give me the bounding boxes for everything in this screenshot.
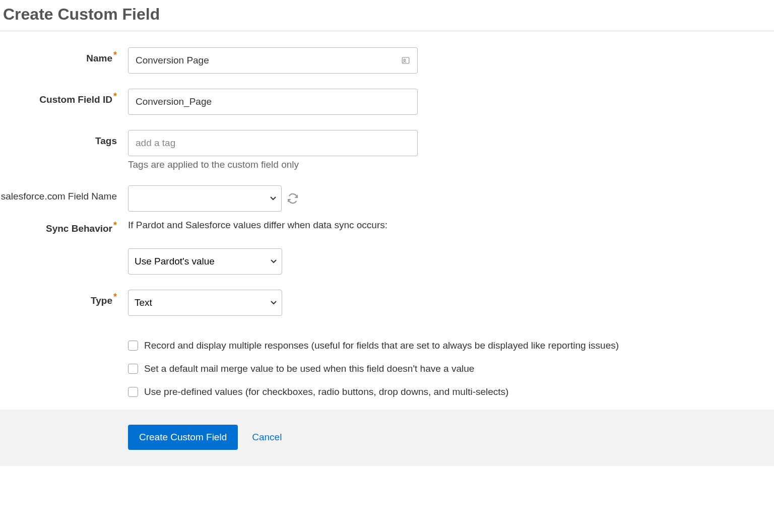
type-label: Type* [0, 290, 128, 307]
svg-point-1 [404, 59, 406, 61]
sf-field-name-label: salesforce.com Field Name [0, 185, 128, 203]
default-mail-merge-label: Set a default mail merge value to be use… [144, 363, 474, 374]
cancel-button[interactable]: Cancel [252, 432, 282, 443]
refresh-icon[interactable] [287, 192, 299, 205]
sync-behavior-select[interactable]: Use Pardot's value [128, 248, 282, 275]
multiple-responses-label: Record and display multiple responses (u… [144, 340, 619, 351]
page-title: Create Custom Field [0, 0, 774, 31]
predefined-values-checkbox[interactable] [128, 387, 138, 397]
name-label: Name* [0, 47, 128, 65]
tags-help-text: Tags are applied to the custom field onl… [128, 159, 774, 170]
create-custom-field-button[interactable]: Create Custom Field [128, 425, 238, 450]
multiple-responses-checkbox[interactable] [128, 341, 138, 351]
tags-input[interactable] [128, 130, 418, 156]
sf-field-name-select[interactable] [128, 185, 282, 212]
tags-label: Tags [0, 130, 128, 148]
name-input[interactable] [128, 47, 418, 74]
sync-behavior-description: If Pardot and Salesforce values differ w… [128, 218, 774, 231]
type-select[interactable]: Text [128, 290, 282, 316]
custom-field-id-input[interactable] [128, 89, 418, 115]
contact-card-icon [401, 55, 411, 65]
sync-behavior-label: Sync Behavior* [0, 218, 128, 235]
custom-field-id-label: Custom Field ID* [0, 89, 128, 106]
predefined-values-label: Use pre-defined values (for checkboxes, … [144, 386, 508, 397]
default-mail-merge-checkbox[interactable] [128, 364, 138, 374]
